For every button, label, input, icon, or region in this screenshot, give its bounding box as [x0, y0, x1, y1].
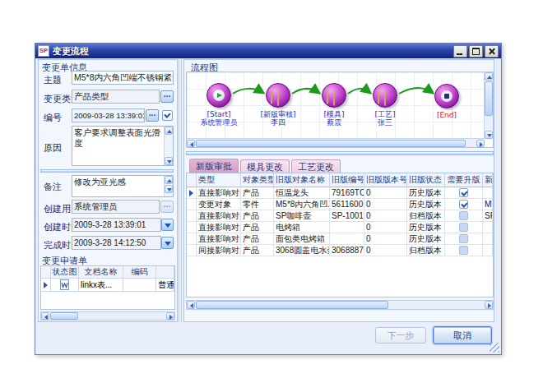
number-browse-button[interactable]: ...: [146, 109, 159, 122]
column-header[interactable]: 编码: [123, 266, 156, 279]
table-cell: 5611600: [330, 199, 364, 210]
scroll-up-icon[interactable]: [165, 176, 173, 184]
stop-icon: [444, 94, 449, 99]
resize-grip[interactable]: [490, 343, 499, 353]
upgrade-checkbox[interactable]: [459, 200, 468, 209]
subject-input[interactable]: M5*8内六角凹端不锈钢紧固螺钉: [72, 71, 174, 85]
table-cell: 归档版本: [407, 245, 445, 256]
flow-node-mold[interactable]: [322, 83, 346, 108]
change-type-browse-button[interactable]: ...: [160, 90, 174, 103]
scrollbar-thumb[interactable]: [196, 301, 388, 309]
scroll-right-icon[interactable]: [476, 140, 485, 147]
upgrade-checkbox[interactable]: [459, 188, 468, 197]
scroll-left-icon[interactable]: [187, 301, 195, 309]
table-row[interactable]: 直接影响对象产品面包类电烤箱0历史版本: [187, 233, 493, 245]
people-icon: [378, 90, 384, 100]
tab-process-change[interactable]: 工艺更改: [291, 159, 341, 173]
minimize-button[interactable]: [453, 45, 467, 58]
flow-node-end[interactable]: [434, 84, 459, 108]
request-list-hscrollbar[interactable]: [40, 311, 175, 321]
scroll-down-icon[interactable]: [165, 185, 173, 193]
table-row[interactable]: 变更对象零件M5*8内六角凹...56116000历史版本M5*8: [187, 199, 493, 210]
row-indicator: [187, 187, 197, 199]
creator-input[interactable]: 系统管理员: [72, 200, 160, 214]
flow-vscrollbar[interactable]: [484, 72, 493, 139]
column-header[interactable]: 文档名称: [79, 266, 123, 279]
change-type-input[interactable]: 产品类型: [72, 90, 160, 104]
table-cell: 产品: [241, 245, 274, 256]
next-button[interactable]: 下一步: [375, 327, 426, 344]
list-item[interactable]: linkx表... 普通: [41, 279, 174, 292]
column-header[interactable]: 状态图: [51, 266, 79, 279]
scroll-up-icon[interactable]: [485, 72, 493, 81]
column-header[interactable]: 旧版状态: [407, 173, 445, 187]
remark-label: 备注: [44, 181, 62, 193]
finish-time-dropdown-button[interactable]: [161, 237, 174, 249]
table-row[interactable]: 直接影响对象产品SP咖啡壶SP-10010归档版本SP咖: [187, 210, 493, 222]
finish-time-input[interactable]: 2009-3-28 14:12:50: [72, 236, 161, 250]
scroll-down-icon[interactable]: [165, 157, 173, 165]
horizontal-splitter[interactable]: [186, 151, 494, 155]
table-row[interactable]: 直接影响对象产品恒温龙头79169TC0历史版本: [187, 187, 493, 199]
tab-new-version-approval[interactable]: 新版审批: [189, 159, 239, 173]
scrollbar-thumb[interactable]: [50, 312, 78, 320]
create-time-input[interactable]: 2009-3-28 13:39:01: [72, 218, 161, 232]
table-cell: 电烤箱: [274, 222, 330, 233]
table-cell: 历史版本: [407, 222, 445, 233]
request-table-header: 状态图 文档名称 编码: [41, 266, 174, 279]
table-cell: [483, 245, 493, 256]
upgrade-checkbox[interactable]: [459, 223, 468, 232]
doc-code-cell: [123, 279, 156, 292]
column-header[interactable]: 对象类型: [241, 173, 274, 187]
reason-scrollbar[interactable]: [164, 127, 173, 165]
table-hscrollbar[interactable]: [186, 300, 494, 310]
table-cell: SP-1001: [330, 210, 364, 222]
column-header[interactable]: 新版: [483, 173, 493, 187]
column-header[interactable]: 旧版对象名称: [274, 173, 330, 187]
tab-mold-change[interactable]: 模具更改: [240, 159, 290, 173]
titlebar[interactable]: SP 变更流程: [35, 44, 501, 58]
flow-node-review[interactable]: [266, 83, 290, 108]
maximize-button[interactable]: [469, 45, 483, 58]
upgrade-checkbox[interactable]: [459, 211, 468, 220]
upgrade-checkbox[interactable]: [459, 234, 468, 243]
scroll-right-icon[interactable]: [485, 301, 493, 309]
scrollbar-thumb[interactable]: [196, 140, 466, 147]
creator-browse-button[interactable]: ...: [160, 201, 174, 213]
scroll-down-icon[interactable]: [485, 131, 493, 139]
flow-node-start[interactable]: [207, 83, 231, 108]
column-header[interactable]: 类型: [197, 173, 241, 187]
horizontal-splitter[interactable]: [40, 169, 174, 173]
scrollbar-thumb[interactable]: [485, 81, 493, 116]
cancel-button[interactable]: 取消: [433, 326, 492, 344]
scroll-right-icon[interactable]: [166, 312, 174, 320]
column-header[interactable]: 旧版编号: [330, 173, 364, 187]
remark-scrollbar[interactable]: [164, 176, 173, 196]
close-button[interactable]: [485, 45, 499, 58]
column-header[interactable]: [156, 266, 174, 279]
number-checkbox[interactable]: [162, 110, 173, 121]
table-row[interactable]: 间接影响对象产品3068圆盖电水壶30688870归档版本: [187, 245, 493, 256]
flow-canvas[interactable]: [Start] 系统管理员 [新版审核] 李四: [187, 72, 485, 139]
workflow-panel: 流程图: [183, 59, 494, 322]
remark-textarea[interactable]: 修改为亚光感: [72, 175, 174, 197]
scroll-left-icon[interactable]: [41, 312, 49, 320]
minimize-icon: [457, 53, 462, 55]
flow-node-craft[interactable]: [373, 83, 397, 108]
table-cell: 直接影响对象: [197, 222, 241, 233]
column-header[interactable]: 需要升版: [445, 173, 483, 187]
create-time-dropdown-button[interactable]: [161, 219, 174, 231]
upgrade-checkbox[interactable]: [459, 246, 468, 255]
row-indicator-icon: [189, 190, 193, 196]
column-header[interactable]: 旧版版本号: [364, 173, 407, 187]
scroll-left-icon[interactable]: [187, 140, 195, 147]
number-input[interactable]: 2009-03-28 13:39:01: [72, 108, 145, 122]
flow-hscrollbar[interactable]: [187, 138, 485, 147]
flow-node-label: [Start] 系统管理员: [190, 110, 248, 127]
screenshot-canvas: SP 变更流程 变更单信息 主题 M5*8内六角凹端不锈钢紧固螺钉 变更类型 产…: [0, 0, 543, 392]
reason-textarea[interactable]: 客户要求调整表面光滑度: [72, 126, 174, 166]
number-label: 编号: [44, 112, 62, 124]
table-row[interactable]: 直接影响对象产品电烤箱0历史版本: [187, 222, 493, 233]
row-indicator: [187, 245, 197, 256]
scroll-up-icon[interactable]: [165, 127, 173, 135]
